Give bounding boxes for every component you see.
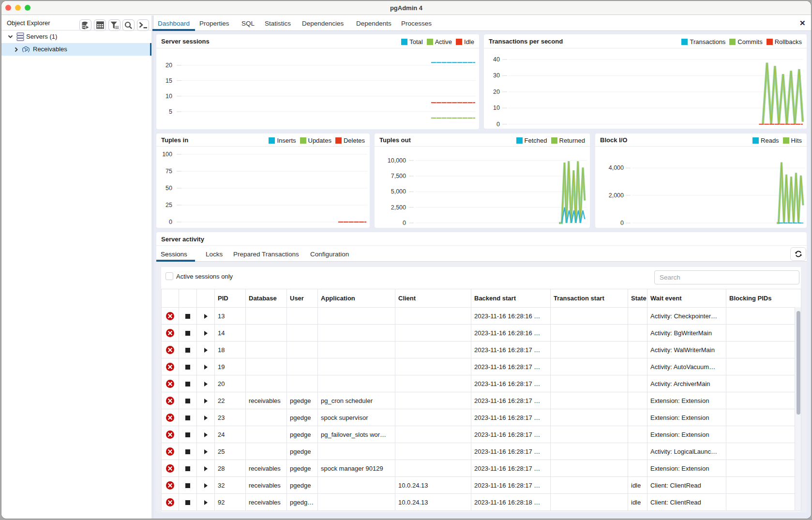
svg-text:0: 0 [496,121,500,128]
svg-text:10: 10 [493,104,500,111]
svg-text:25: 25 [165,202,172,208]
svg-text:7,500: 7,500 [391,173,406,179]
svg-text:0: 0 [620,220,624,226]
svg-text:20: 20 [493,89,500,95]
svg-text:50: 50 [165,185,172,192]
svg-text:5: 5 [169,108,172,115]
svg-text:15: 15 [165,77,172,84]
svg-text:2,000: 2,000 [609,192,624,199]
svg-text:5,000: 5,000 [391,188,406,195]
svg-text:40: 40 [493,56,500,63]
svg-text:20: 20 [165,62,172,69]
svg-text:0: 0 [169,219,172,225]
svg-text:2,500: 2,500 [391,204,406,211]
svg-text:0: 0 [403,220,406,226]
svg-text:10: 10 [165,93,172,100]
svg-text:100: 100 [162,151,172,158]
svg-text:30: 30 [493,72,500,79]
svg-text:4,000: 4,000 [609,164,624,171]
svg-text:10,000: 10,000 [388,157,406,164]
svg-text:75: 75 [165,168,172,175]
